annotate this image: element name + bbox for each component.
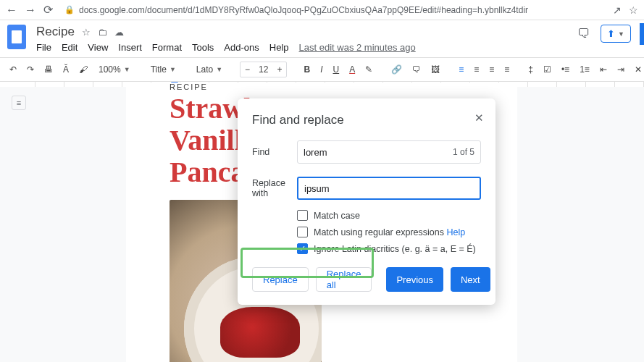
chevron-down-icon: ▼ [618, 30, 624, 38]
next-button[interactable]: Next [451, 267, 490, 292]
underline-button[interactable]: U [330, 63, 341, 76]
match-case-label: Match case [314, 211, 360, 221]
outline-toggle[interactable]: ≡ [12, 96, 26, 110]
comments-icon[interactable]: 🗨 [577, 26, 590, 41]
menu-format[interactable]: Format [152, 42, 182, 53]
dialog-title: Find and replace [252, 113, 481, 127]
present-up-icon: ⬆ [607, 28, 615, 39]
align-left-button[interactable]: ≡ [456, 63, 466, 76]
find-input[interactable]: lorem 1 of 5 [297, 140, 481, 164]
font-size[interactable]: −12+ [240, 62, 287, 77]
regex-checkbox[interactable] [297, 227, 308, 237]
find-count: 1 of 5 [453, 147, 474, 157]
menu-addons[interactable]: Add-ons [224, 42, 259, 53]
zoom-select[interactable]: 100%▼ [96, 63, 133, 76]
lock-icon: 🔒 [64, 5, 75, 14]
back-button[interactable]: ← [6, 4, 17, 17]
spellcheck-button[interactable]: Ă [61, 63, 71, 76]
replace-label: Replace with [252, 178, 297, 198]
font-select[interactable]: Lato▼ [193, 63, 225, 76]
url-text[interactable]: docs.google.com/document/d/1dMDY8RyRfw0a… [79, 5, 606, 15]
docs-logo[interactable] [7, 25, 26, 49]
replace-input[interactable]: ipsum [297, 177, 481, 200]
menu-view[interactable]: View [88, 42, 108, 53]
align-center-button[interactable]: ≡ [472, 63, 481, 76]
reload-button[interactable]: ⟳ [43, 3, 53, 17]
line-spacing-button[interactable]: ‡ [526, 63, 535, 76]
menu-help[interactable]: Help [269, 42, 289, 53]
regex-label: Match using regular expressions Help [314, 227, 465, 237]
align-justify-button[interactable]: ≡ [502, 63, 511, 76]
style-select[interactable]: Title▼ [148, 63, 179, 76]
find-replace-dialog: Find and replace ✕ Find lorem 1 of 5 Rep… [238, 98, 495, 305]
recipe-label: RECIPE [170, 83, 517, 91]
decorative-edge [640, 23, 644, 45]
help-link[interactable]: Help [446, 227, 465, 237]
menu-tools[interactable]: Tools [192, 42, 214, 53]
diacritics-label: Ignore Latin diacritics (e. g. ä = a, E … [314, 244, 476, 254]
checklist-button[interactable]: ☑ [541, 63, 553, 76]
share-icon[interactable]: ↗ [613, 4, 622, 16]
link-button[interactable]: 🔗 [389, 63, 404, 76]
menu-edit[interactable]: Edit [62, 42, 78, 53]
match-case-checkbox[interactable] [297, 210, 308, 221]
forward-button[interactable]: → [25, 4, 36, 17]
menu-insert[interactable]: Insert [118, 42, 142, 53]
bullet-list-button[interactable]: •≡ [559, 63, 572, 76]
close-icon[interactable]: ✕ [474, 111, 484, 125]
align-right-button[interactable]: ≡ [487, 63, 496, 76]
toolbar: ↶ ↷ 🖶 Ă 🖌 100%▼ Title▼ Lato▼ −12+ B I U … [0, 57, 644, 82]
number-list-button[interactable]: 1≡ [577, 63, 592, 76]
cloud-icon[interactable]: ☁ [114, 27, 124, 38]
diacritics-checkbox[interactable]: ✓ [297, 243, 308, 254]
bold-button[interactable]: B [301, 63, 312, 76]
image-button[interactable]: 🖼 [429, 63, 442, 76]
present-button[interactable]: ⬆ ▼ [601, 25, 631, 43]
print-button[interactable]: 🖶 [42, 63, 55, 76]
indent-inc-button[interactable]: ⇥ [615, 63, 627, 76]
last-edit[interactable]: Last edit was 2 minutes ago [299, 42, 416, 53]
clear-format-button[interactable]: ✕ [632, 63, 644, 76]
replace-all-button[interactable]: Replace all [316, 267, 372, 292]
text-color-button[interactable]: A [347, 63, 357, 76]
star-icon[interactable]: ☆ [82, 27, 91, 38]
bookmark-icon[interactable]: ☆ [629, 4, 638, 16]
undo-button[interactable]: ↶ [7, 63, 19, 76]
redo-button[interactable]: ↷ [25, 63, 36, 76]
move-icon[interactable]: 🗀 [98, 27, 107, 38]
italic-button[interactable]: I [318, 63, 325, 76]
previous-button[interactable]: Previous [386, 267, 443, 292]
indent-dec-button[interactable]: ⇤ [598, 63, 609, 76]
replace-button[interactable]: Replace [252, 267, 309, 292]
document-title[interactable]: Recipe [36, 25, 75, 39]
comment-button[interactable]: 🗨 [410, 63, 423, 76]
paint-format-button[interactable]: 🖌 [77, 63, 90, 76]
highlight-button[interactable]: ✎ [363, 63, 375, 76]
find-label: Find [252, 147, 297, 157]
menu-file[interactable]: File [36, 42, 51, 53]
